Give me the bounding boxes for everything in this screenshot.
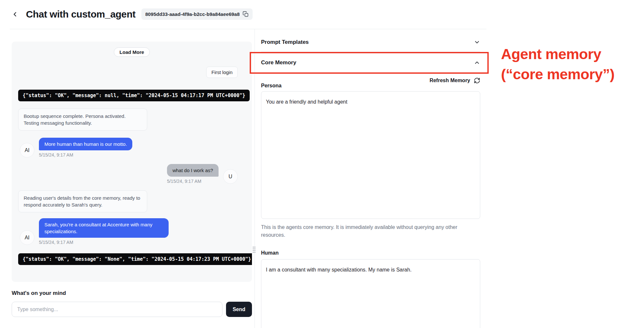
agent-message-bubble: Sarah, you're a consultant at Accenture … <box>39 218 169 238</box>
chat-history-panel: Load More First login {"status": "OK", "… <box>12 42 252 282</box>
first-login-row: First login <box>18 67 245 78</box>
refresh-memory-label: Refresh Memory <box>430 78 470 83</box>
composer-row: Send <box>12 302 252 317</box>
inner-monologue-message: Bootup sequence complete. Persona activa… <box>18 108 147 131</box>
persona-textarea[interactable]: You are a friendly and helpful agent <box>261 91 480 219</box>
core-memory-title: Core Memory <box>261 59 296 66</box>
core-memory-description: This is the agents core memory. It is im… <box>261 223 472 239</box>
panel-divider <box>255 29 255 328</box>
header-divider <box>10 29 486 29</box>
chevron-up-icon <box>474 59 480 66</box>
send-button[interactable]: Send <box>226 302 252 317</box>
human-label-wrap: Human <box>261 250 480 256</box>
annotation-text: Agent memory (“core memory”) <box>501 44 614 84</box>
prompt-templates-section-header[interactable]: Prompt Templates <box>261 32 480 52</box>
message-timestamp: 5/15/24, 9:17 AM <box>39 152 73 158</box>
status-code-message: {"status": "OK", "message": "None", "tim… <box>18 253 252 265</box>
chevron-left-icon <box>12 11 19 18</box>
chat-with-agent-page: Chat with custom_agent 8095dd33-aaad-4f9… <box>0 0 644 328</box>
agent-id-value: 8095dd33-aaad-4f9a-b2cc-b9a84aee69a8 <box>145 11 240 17</box>
composer: What's on your mind Send <box>12 290 252 317</box>
prompt-templates-title: Prompt Templates <box>261 39 309 45</box>
copy-agent-id-button[interactable] <box>243 11 249 17</box>
memory-head-row: Persona Refresh Memory <box>261 77 480 89</box>
inner-monologue-message: Reading user's details from the core mem… <box>18 190 147 212</box>
user-avatar: U <box>223 169 238 184</box>
user-message-bubble: what do I work as? <box>167 164 219 177</box>
drag-handle-icon[interactable] <box>252 246 256 255</box>
agent-message-row: AI More human than human is our motto. 5… <box>18 138 245 158</box>
refresh-icon <box>474 77 480 84</box>
annotation-line-2: (“core memory”) <box>501 64 614 84</box>
message-input[interactable] <box>12 302 222 317</box>
agent-avatar: AI <box>20 230 34 245</box>
agent-message-row: AI Sarah, you're a consultant at Accentu… <box>18 218 245 245</box>
load-more-button[interactable]: Load More <box>114 47 150 57</box>
refresh-memory-button[interactable]: Refresh Memory <box>430 77 480 84</box>
agent-id-badge: 8095dd33-aaad-4f9a-b2cc-b9a84aee69a8 <box>141 8 253 20</box>
message-column: More human than human is our motto. 5/15… <box>39 138 132 158</box>
human-textarea[interactable]: I am a consultant with many specializati… <box>261 259 480 328</box>
user-message-row: what do I work as? 5/15/24, 9:17 AM U <box>18 164 245 184</box>
persona-label-wrap: Persona <box>261 83 281 89</box>
agent-message-bubble: More human than human is our motto. <box>39 138 132 150</box>
message-column: Sarah, you're a consultant at Accenture … <box>39 218 169 245</box>
human-label: Human <box>261 250 279 256</box>
agent-avatar: AI <box>20 143 34 158</box>
first-login-badge: First login <box>206 67 238 78</box>
core-memory-section-header[interactable]: Core Memory <box>261 52 480 73</box>
composer-label: What's on your mind <box>12 290 252 296</box>
message-timestamp: 5/15/24, 9:17 AM <box>39 240 73 245</box>
copy-icon <box>243 11 249 17</box>
load-more-row: Load More <box>18 47 245 57</box>
status-code-message: {"status": "OK", "message": null, "time"… <box>18 90 250 101</box>
persona-label: Persona <box>261 83 281 88</box>
header: Chat with custom_agent 8095dd33-aaad-4f9… <box>10 8 253 20</box>
message-timestamp: 5/15/24, 9:17 AM <box>167 179 201 184</box>
back-button[interactable] <box>10 9 20 19</box>
chevron-down-icon <box>474 39 480 45</box>
page-title: Chat with custom_agent <box>26 9 136 20</box>
agent-config-panel: Prompt Templates Core Memory Persona Ref… <box>261 32 480 328</box>
message-column: what do I work as? 5/15/24, 9:17 AM <box>167 164 219 184</box>
annotation-line-1: Agent memory <box>501 44 614 64</box>
